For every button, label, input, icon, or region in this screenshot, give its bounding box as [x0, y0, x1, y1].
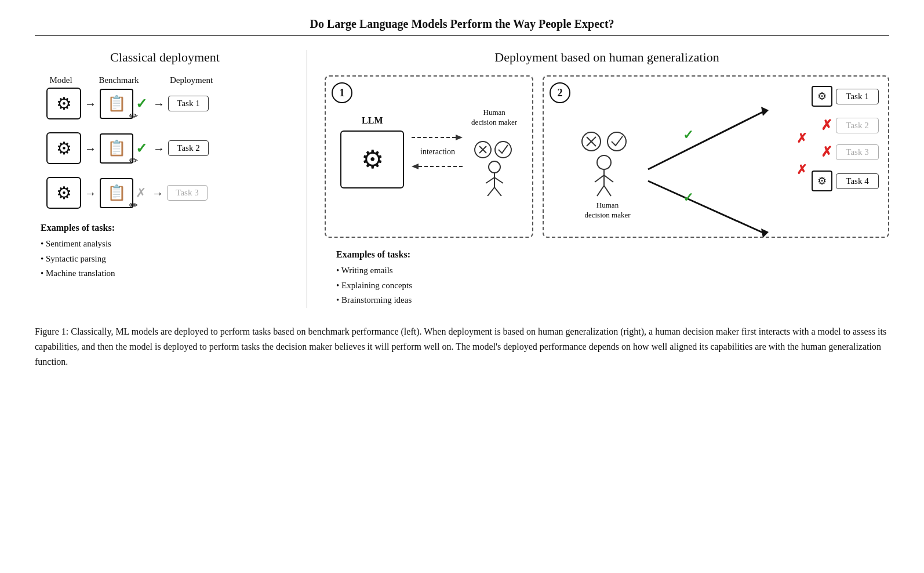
diagram-row-3: ⚙ → 📋 ✏ ✗ → Task 3	[46, 177, 289, 209]
page-title: Do Large Language Models Perform the Way…	[35, 17, 889, 36]
clipboard-box-2: 📋 ✏	[100, 133, 133, 164]
svg-point-7	[495, 142, 511, 158]
dashed-arrow-right	[412, 132, 464, 143]
col-header-model: Model	[41, 75, 81, 85]
pencil-icon-2: ✏	[129, 154, 138, 167]
task-right-1: Task 1	[836, 89, 879, 104]
dashed-box-1: 1 LLM ⚙	[325, 75, 533, 238]
llm-label: LLM	[362, 115, 383, 126]
circle-1: 1	[332, 82, 352, 103]
diagram-row-2: ⚙ → 📋 ✏ ✓ → Task 2	[46, 132, 289, 164]
col-header-deploy: Deployment	[162, 75, 220, 85]
task-right-3: Task 3	[836, 144, 879, 160]
dashed-arrow-left	[412, 161, 464, 172]
arrow-6: →	[152, 187, 163, 199]
svg-line-24	[595, 175, 604, 182]
left-examples-section: Examples of tasks: Sentiment analysis Sy…	[41, 223, 289, 281]
right-examples-title: Examples of tasks:	[336, 249, 889, 260]
svg-line-11	[494, 177, 503, 183]
task-box-3: Task 3	[167, 185, 208, 201]
figure-container: Classical deployment Model Benchmark Dep…	[35, 50, 889, 308]
left-section-title: Classical deployment	[41, 50, 289, 65]
gear-box-2: ⚙	[46, 132, 81, 164]
arrow-3: →	[85, 143, 96, 154]
svg-point-8	[489, 161, 500, 173]
svg-marker-17	[761, 229, 769, 238]
arrow-4: →	[153, 143, 165, 154]
task-right-2: Task 2	[836, 118, 879, 133]
llm-gears-box: ⚙	[340, 130, 404, 188]
pencil-icon-1: ✏	[129, 110, 138, 122]
svg-line-14	[648, 111, 764, 169]
col-header-bench: Benchmark	[93, 75, 145, 85]
interaction-label: interaction	[420, 147, 455, 157]
gear-box-3: ⚙	[46, 177, 81, 209]
human-figure-1	[471, 132, 518, 196]
svg-point-21	[607, 132, 626, 151]
clipboard-box-1: 📋 ✏	[100, 89, 133, 119]
human-decision-label-2: Humandecision maker	[584, 201, 630, 220]
right-diagram: 1 LLM ⚙	[325, 75, 889, 238]
task-right-4: Task 4	[836, 173, 879, 189]
arrow-5: →	[85, 187, 96, 199]
right-example-3: Brainstorming ideas	[336, 293, 889, 308]
left-example-2: Syntactic parsing	[41, 252, 289, 267]
right-example-2: Explaining concepts	[336, 278, 889, 293]
right-example-1: Writing emails	[336, 263, 889, 278]
task-box-1: Task 1	[168, 96, 209, 111]
clipboard-box-3: 📋 ✏	[100, 178, 133, 208]
svg-marker-15	[761, 107, 769, 116]
left-examples-list: Sentiment analysis Syntactic parsing Mac…	[41, 237, 289, 281]
left-examples-title: Examples of tasks:	[41, 223, 289, 233]
arrow-2: →	[153, 98, 165, 110]
svg-line-12	[488, 187, 494, 196]
svg-line-25	[604, 175, 613, 182]
right-examples-section: Examples of tasks: Writing emails Explai…	[336, 249, 889, 308]
human-figure-2	[579, 123, 636, 198]
col-headers: Model Benchmark Deployment	[41, 75, 289, 85]
left-panel: Classical deployment Model Benchmark Dep…	[35, 50, 307, 308]
arrow-1: →	[85, 98, 96, 110]
right-panel: Deployment based on human generalization…	[307, 50, 889, 308]
left-example-3: Machine translation	[41, 266, 289, 281]
human-decision-label-top: Humandecision maker	[471, 108, 517, 128]
svg-line-26	[597, 186, 604, 196]
figure-caption: Figure 1: Classically, ML models are dep…	[35, 324, 889, 370]
right-section-title: Deployment based on human generalization	[325, 50, 889, 65]
box1-inner: LLM ⚙ interaction	[334, 108, 524, 196]
diagram-row-1: ⚙ → 📋 ✏ ✓ → Task 1	[46, 88, 289, 119]
svg-line-27	[604, 186, 611, 196]
svg-marker-3	[412, 164, 419, 169]
svg-line-13	[494, 187, 501, 196]
svg-marker-1	[456, 135, 463, 140]
svg-point-22	[597, 155, 611, 169]
dashed-box-2: 2	[543, 75, 889, 238]
classical-diagram: ⚙ → 📋 ✏ ✓ → Task 1 ⚙ → 📋 ✏ ✓ →	[46, 88, 289, 209]
task-box-2: Task 2	[168, 140, 209, 156]
pencil-icon-3: ✏	[129, 199, 138, 212]
right-examples-list: Writing emails Explaining concepts Brain…	[336, 263, 889, 308]
svg-line-16	[648, 181, 764, 233]
gear-box-1: ⚙	[46, 88, 81, 119]
left-example-1: Sentiment analysis	[41, 237, 289, 252]
svg-line-10	[486, 177, 494, 183]
